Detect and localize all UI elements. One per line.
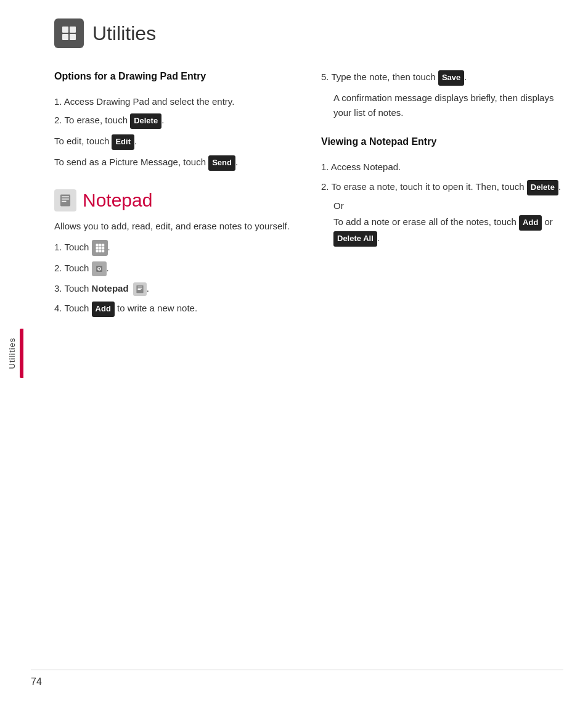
page-header: Utilities [54, 18, 563, 48]
view-step2-content: To erase a note, touch it to open it. Th… [331, 181, 524, 192]
tools-icon [92, 261, 107, 276]
delete-button-label: Delete [130, 113, 161, 129]
notepad-step1-text: Touch [64, 242, 89, 252]
utilities-icon [54, 18, 84, 48]
step2-edit-text: To edit, touch [54, 136, 109, 146]
notepad-section-icon [54, 189, 76, 211]
svg-rect-7 [62, 201, 66, 202]
svg-rect-3 [70, 34, 76, 40]
notepad-step4-rest: to write a new note. [117, 303, 197, 313]
svg-rect-15 [99, 250, 101, 252]
svg-rect-5 [62, 196, 69, 197]
delete-button-label-2: Delete [527, 180, 558, 195]
notepad-title: Notepad [83, 190, 152, 211]
step1-text: 1. Access Drawing Pad and select the ent… [54, 96, 234, 107]
step5-note: A confirmation message displays briefly,… [333, 91, 563, 120]
view-step2b: To add a note or erase all of the notes,… [333, 215, 563, 247]
utilities-svg [60, 24, 78, 43]
add-button-label-2: Add [519, 215, 542, 231]
notepad-step2-item: 2. Touch . [54, 261, 296, 276]
svg-rect-8 [96, 244, 98, 246]
svg-rect-13 [102, 247, 104, 249]
svg-rect-0 [62, 27, 68, 33]
sidebar-bar [20, 329, 23, 378]
notepad-step3-item: 3. Touch Notepad . [54, 281, 296, 296]
step5-block: 5. Type the note, then touch Save. A con… [321, 70, 563, 120]
step2-erase-text: To erase, touch [64, 115, 128, 125]
notepad-step1: 1. Touch [54, 240, 296, 256]
sidebar-label: Utilities [7, 337, 17, 369]
drawing-pad-step1: 1. Access Drawing Pad and select the ent… [54, 94, 296, 109]
apps-grid-icon [92, 240, 108, 256]
notepad-step3-label: Notepad [92, 283, 129, 293]
notepad-step4: 4. Touch Add to write a new note. [54, 301, 296, 317]
svg-rect-2 [62, 34, 68, 40]
viewing-heading: Viewing a Notepad Entry [321, 135, 563, 149]
or-text: Or [333, 200, 563, 211]
drawing-pad-step2: 2. To erase, touch Delete. To edit, touc… [54, 113, 296, 170]
notepad-heading: Notepad [54, 189, 296, 211]
page-footer: 74 [31, 670, 563, 688]
svg-rect-6 [62, 199, 69, 199]
notepad-step2: 2. Touch . [54, 261, 296, 276]
notepad-step3: 3. Touch Notepad . [54, 281, 296, 296]
view-step1: 1. Access Notepad. [321, 160, 563, 174]
sidebar: Utilities [0, 0, 23, 706]
notepad-step2-text: Touch [64, 263, 89, 273]
main-content: Utilities Options for a Drawing Pad Entr… [23, 0, 588, 706]
step2-send-text: To send as a Picture Message, touch [54, 157, 206, 167]
save-button-label: Save [438, 70, 464, 86]
view-step1-content: Access Notepad. [331, 162, 401, 172]
or-inline: or [545, 216, 553, 227]
svg-rect-12 [99, 247, 101, 249]
notepad-step4-text: Touch [64, 303, 89, 313]
view-step1-text: 1. Access Notepad. [321, 160, 563, 174]
drawing-pad-heading: Options for a Drawing Pad Entry [54, 70, 296, 83]
step2-edit: To edit, touch Edit. [54, 134, 296, 150]
svg-rect-16 [102, 250, 104, 252]
svg-rect-9 [99, 244, 101, 246]
notepad-step4-item: 4. Touch Add to write a new note. [54, 301, 296, 317]
step2-erase: 2. To erase, touch Delete. [54, 113, 296, 129]
send-button-label: Send [208, 155, 235, 171]
add-button-label: Add [92, 302, 115, 317]
view-step2-text: 2. To erase a note, touch it to open it.… [321, 179, 563, 195]
step1-content: Access Drawing Pad and select the entry. [64, 96, 235, 107]
svg-rect-14 [96, 250, 98, 252]
view-step2: 2. To erase a note, touch it to open it.… [321, 179, 563, 246]
edit-button-label: Edit [112, 134, 134, 150]
right-column: 5. Type the note, then touch Save. A con… [321, 70, 563, 688]
svg-rect-10 [102, 244, 104, 246]
step5-content: Type the note, then touch [331, 72, 435, 82]
page-number: 74 [31, 676, 42, 687]
svg-rect-1 [70, 27, 76, 33]
notepad-step3-text: Touch [64, 283, 89, 293]
content-columns: Options for a Drawing Pad Entry 1. Acces… [54, 70, 563, 688]
svg-rect-21 [137, 287, 142, 287]
svg-point-19 [98, 268, 100, 269]
delete-all-button-label: Delete All [333, 231, 377, 247]
svg-rect-22 [137, 288, 142, 289]
step2-send: To send as a Picture Message, touch Send… [54, 155, 296, 171]
footer-divider [31, 670, 563, 670]
notepad-small-icon [133, 282, 147, 296]
view-step2b-text: To add a note or erase all of the notes,… [333, 216, 517, 227]
page: Utilities Utilities Options for a Drawin… [0, 0, 588, 706]
notepad-svg [59, 194, 72, 207]
svg-rect-11 [96, 247, 98, 249]
page-title: Utilities [92, 22, 156, 45]
notepad-step1-item: 1. Touch [54, 240, 296, 256]
notepad-description: Allows you to add, read, edit, and erase… [54, 219, 296, 234]
svg-rect-23 [137, 289, 141, 290]
svg-rect-4 [60, 194, 70, 206]
left-column: Options for a Drawing Pad Entry 1. Acces… [54, 70, 296, 688]
step5-text: 5. Type the note, then touch Save. [321, 70, 563, 86]
